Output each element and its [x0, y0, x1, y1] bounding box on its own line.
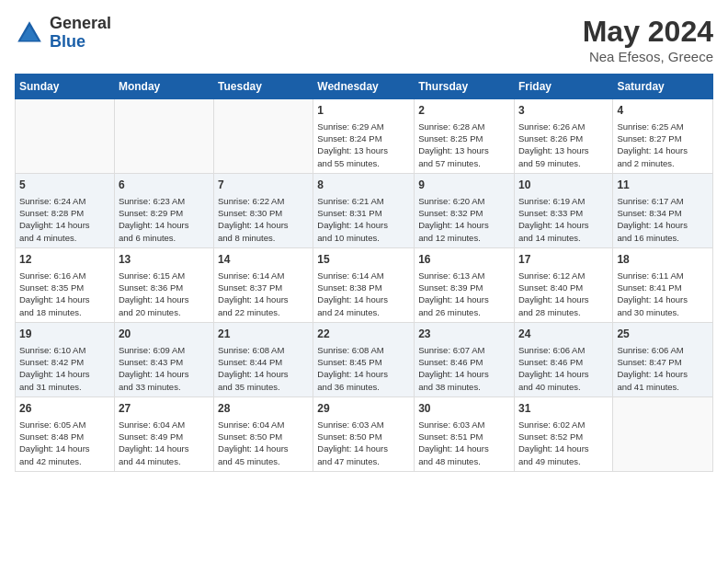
calendar-day-cell: 7Sunrise: 6:22 AM Sunset: 8:30 PM Daylig…: [214, 173, 313, 247]
day-info: Sunrise: 6:11 AM Sunset: 8:41 PM Dayligh…: [617, 270, 709, 318]
calendar-day-cell: 17Sunrise: 6:12 AM Sunset: 8:40 PM Dayli…: [514, 247, 612, 322]
day-info: Sunrise: 6:23 AM Sunset: 8:29 PM Dayligh…: [119, 195, 210, 244]
calendar-day-cell: [214, 99, 313, 174]
day-number: 1: [317, 103, 410, 119]
day-info: Sunrise: 6:08 AM Sunset: 8:44 PM Dayligh…: [218, 344, 309, 393]
calendar-week-row: 12Sunrise: 6:16 AM Sunset: 8:35 PM Dayli…: [16, 247, 713, 322]
day-info: Sunrise: 6:26 AM Sunset: 8:26 PM Dayligh…: [518, 121, 609, 169]
day-info: Sunrise: 6:20 AM Sunset: 8:32 PM Dayligh…: [418, 195, 510, 244]
location: Nea Efesos, Greece: [583, 49, 713, 64]
calendar-week-row: 1Sunrise: 6:29 AM Sunset: 8:24 PM Daylig…: [16, 99, 713, 174]
day-info: Sunrise: 6:05 AM Sunset: 8:48 PM Dayligh…: [19, 419, 110, 467]
day-info: Sunrise: 6:13 AM Sunset: 8:39 PM Dayligh…: [418, 270, 510, 318]
calendar-day-cell: 23Sunrise: 6:07 AM Sunset: 8:46 PM Dayli…: [415, 322, 515, 396]
day-info: Sunrise: 6:21 AM Sunset: 8:31 PM Dayligh…: [317, 195, 410, 244]
day-number: 10: [518, 178, 609, 193]
day-info: Sunrise: 6:24 AM Sunset: 8:28 PM Dayligh…: [19, 195, 110, 244]
calendar-day-cell: [16, 99, 115, 174]
calendar-day-cell: 2Sunrise: 6:28 AM Sunset: 8:25 PM Daylig…: [415, 99, 515, 174]
calendar-day-cell: 27Sunrise: 6:04 AM Sunset: 8:49 PM Dayli…: [114, 396, 213, 471]
day-number: 28: [218, 401, 309, 417]
day-of-week-header: Saturday: [613, 75, 713, 99]
day-number: 9: [418, 178, 510, 193]
day-info: Sunrise: 6:10 AM Sunset: 8:42 PM Dayligh…: [19, 344, 110, 393]
day-of-week-header: Thursday: [415, 75, 515, 99]
day-number: 22: [317, 327, 410, 342]
day-number: 20: [119, 327, 210, 342]
day-info: Sunrise: 6:14 AM Sunset: 8:38 PM Dayligh…: [317, 270, 410, 318]
day-of-week-header: Friday: [514, 75, 612, 99]
day-number: 14: [218, 252, 309, 268]
day-info: Sunrise: 6:03 AM Sunset: 8:51 PM Dayligh…: [418, 419, 510, 467]
day-number: 31: [518, 401, 609, 417]
calendar-day-cell: 18Sunrise: 6:11 AM Sunset: 8:41 PM Dayli…: [613, 247, 713, 322]
day-info: Sunrise: 6:02 AM Sunset: 8:52 PM Dayligh…: [518, 419, 609, 467]
day-info: Sunrise: 6:25 AM Sunset: 8:27 PM Dayligh…: [617, 121, 709, 169]
day-number: 19: [19, 327, 110, 342]
logo-blue: Blue: [50, 33, 111, 52]
day-number: 30: [418, 401, 510, 417]
calendar-day-cell: 14Sunrise: 6:14 AM Sunset: 8:37 PM Dayli…: [214, 247, 313, 322]
calendar-week-row: 5Sunrise: 6:24 AM Sunset: 8:28 PM Daylig…: [16, 173, 713, 247]
day-info: Sunrise: 6:16 AM Sunset: 8:35 PM Dayligh…: [19, 270, 110, 318]
day-number: 27: [119, 401, 210, 417]
day-number: 11: [617, 178, 709, 193]
day-info: Sunrise: 6:04 AM Sunset: 8:50 PM Dayligh…: [218, 419, 309, 467]
calendar-week-row: 26Sunrise: 6:05 AM Sunset: 8:48 PM Dayli…: [16, 396, 713, 471]
day-info: Sunrise: 6:06 AM Sunset: 8:47 PM Dayligh…: [617, 344, 709, 393]
logo-general: General: [50, 15, 111, 33]
day-info: Sunrise: 6:17 AM Sunset: 8:34 PM Dayligh…: [617, 195, 709, 244]
calendar-day-cell: 13Sunrise: 6:15 AM Sunset: 8:36 PM Dayli…: [114, 247, 213, 322]
calendar-day-cell: 10Sunrise: 6:19 AM Sunset: 8:33 PM Dayli…: [514, 173, 612, 247]
day-number: 26: [19, 401, 110, 417]
calendar-header-row: SundayMondayTuesdayWednesdayThursdayFrid…: [16, 75, 713, 99]
day-info: Sunrise: 6:14 AM Sunset: 8:37 PM Dayligh…: [218, 270, 309, 318]
logo: General Blue: [15, 15, 111, 52]
day-info: Sunrise: 6:15 AM Sunset: 8:36 PM Dayligh…: [119, 270, 210, 318]
day-of-week-header: Tuesday: [214, 75, 313, 99]
calendar-day-cell: 15Sunrise: 6:14 AM Sunset: 8:38 PM Dayli…: [313, 247, 415, 322]
logo-icon: [15, 18, 44, 48]
day-info: Sunrise: 6:29 AM Sunset: 8:24 PM Dayligh…: [317, 121, 410, 169]
calendar-day-cell: 12Sunrise: 6:16 AM Sunset: 8:35 PM Dayli…: [16, 247, 115, 322]
day-info: Sunrise: 6:06 AM Sunset: 8:46 PM Dayligh…: [518, 344, 609, 393]
page-header: General Blue May 2024 Nea Efesos, Greece: [15, 15, 713, 64]
day-number: 15: [317, 252, 410, 268]
calendar-day-cell: 1Sunrise: 6:29 AM Sunset: 8:24 PM Daylig…: [313, 99, 415, 174]
calendar-day-cell: 5Sunrise: 6:24 AM Sunset: 8:28 PM Daylig…: [16, 173, 115, 247]
calendar-day-cell: 21Sunrise: 6:08 AM Sunset: 8:44 PM Dayli…: [214, 322, 313, 396]
day-info: Sunrise: 6:19 AM Sunset: 8:33 PM Dayligh…: [518, 195, 609, 244]
day-info: Sunrise: 6:28 AM Sunset: 8:25 PM Dayligh…: [418, 121, 510, 169]
day-info: Sunrise: 6:03 AM Sunset: 8:50 PM Dayligh…: [317, 419, 410, 467]
day-info: Sunrise: 6:07 AM Sunset: 8:46 PM Dayligh…: [418, 344, 510, 393]
calendar-day-cell: 20Sunrise: 6:09 AM Sunset: 8:43 PM Dayli…: [114, 322, 213, 396]
day-info: Sunrise: 6:12 AM Sunset: 8:40 PM Dayligh…: [518, 270, 609, 318]
day-number: 6: [119, 178, 210, 193]
month-title: May 2024: [583, 15, 713, 49]
calendar-day-cell: 6Sunrise: 6:23 AM Sunset: 8:29 PM Daylig…: [114, 173, 213, 247]
calendar-table: SundayMondayTuesdayWednesdayThursdayFrid…: [15, 74, 713, 472]
day-info: Sunrise: 6:22 AM Sunset: 8:30 PM Dayligh…: [218, 195, 309, 244]
calendar-day-cell: [613, 396, 713, 471]
calendar-day-cell: 22Sunrise: 6:08 AM Sunset: 8:45 PM Dayli…: [313, 322, 415, 396]
day-number: 7: [218, 178, 309, 193]
logo-text: General Blue: [50, 15, 111, 52]
day-number: 29: [317, 401, 410, 417]
day-number: 12: [19, 252, 110, 268]
calendar-day-cell: 28Sunrise: 6:04 AM Sunset: 8:50 PM Dayli…: [214, 396, 313, 471]
day-number: 25: [617, 327, 709, 342]
calendar-day-cell: 30Sunrise: 6:03 AM Sunset: 8:51 PM Dayli…: [415, 396, 515, 471]
day-of-week-header: Monday: [114, 75, 213, 99]
day-number: 13: [119, 252, 210, 268]
day-number: 5: [19, 178, 110, 193]
calendar-day-cell: 16Sunrise: 6:13 AM Sunset: 8:39 PM Dayli…: [415, 247, 515, 322]
title-block: May 2024 Nea Efesos, Greece: [583, 15, 713, 64]
day-number: 2: [418, 103, 510, 119]
day-number: 24: [518, 327, 609, 342]
calendar-day-cell: 31Sunrise: 6:02 AM Sunset: 8:52 PM Dayli…: [514, 396, 612, 471]
day-number: 23: [418, 327, 510, 342]
day-number: 17: [518, 252, 609, 268]
day-number: 21: [218, 327, 309, 342]
calendar-day-cell: 8Sunrise: 6:21 AM Sunset: 8:31 PM Daylig…: [313, 173, 415, 247]
day-info: Sunrise: 6:04 AM Sunset: 8:49 PM Dayligh…: [119, 419, 210, 467]
